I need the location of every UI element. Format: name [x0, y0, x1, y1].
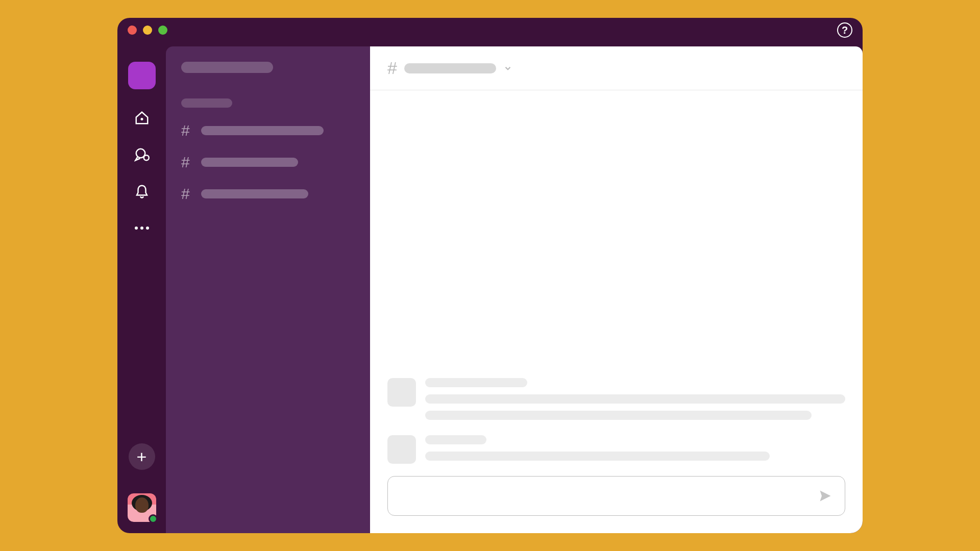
workspace-title[interactable]: [181, 62, 273, 73]
activity-icon[interactable]: [134, 183, 150, 199]
hash-icon: #: [181, 185, 190, 203]
chevron-down-icon: [503, 64, 512, 73]
maximize-window-button[interactable]: [158, 26, 167, 35]
more-icon[interactable]: [134, 220, 150, 236]
send-icon[interactable]: [818, 489, 832, 503]
hash-icon: #: [387, 58, 397, 78]
message-author: [425, 435, 486, 444]
user-menu[interactable]: [128, 493, 156, 522]
channel-label: [201, 126, 324, 135]
channel-header[interactable]: #: [370, 46, 863, 90]
main-pane: #: [370, 46, 863, 533]
channel-name: [404, 63, 496, 73]
channel-item[interactable]: #: [181, 154, 355, 171]
message-avatar[interactable]: [387, 435, 416, 464]
close-window-button[interactable]: [128, 26, 137, 35]
channel-item[interactable]: #: [181, 185, 355, 203]
dms-icon[interactable]: [134, 146, 150, 163]
plus-icon: +: [137, 447, 147, 467]
channels-section-label[interactable]: [181, 98, 232, 108]
traffic-lights: [128, 26, 167, 35]
channel-sidebar: # # #: [166, 46, 370, 533]
nav-rail: +: [117, 42, 166, 533]
message: [387, 378, 845, 420]
channel-label: [201, 158, 298, 167]
app-window: ?: [117, 18, 863, 533]
channel-label: [201, 189, 308, 198]
message-text: [425, 394, 845, 404]
add-button[interactable]: +: [129, 443, 155, 470]
channel-item[interactable]: #: [181, 122, 355, 139]
message-text: [425, 411, 812, 420]
presence-indicator: [149, 514, 158, 523]
help-icon: ?: [842, 24, 848, 36]
home-icon[interactable]: [134, 110, 150, 126]
titlebar: ?: [117, 18, 863, 42]
message-composer[interactable]: [387, 476, 845, 516]
message-text: [425, 452, 770, 461]
message-list: [370, 90, 863, 469]
hash-icon: #: [181, 122, 190, 139]
message-avatar[interactable]: [387, 378, 416, 407]
workspace-switcher[interactable]: [128, 62, 156, 89]
help-button[interactable]: ?: [837, 22, 852, 38]
svg-point-2: [143, 155, 149, 160]
hash-icon: #: [181, 154, 190, 171]
message-author: [425, 378, 527, 387]
svg-point-0: [141, 118, 142, 120]
minimize-window-button[interactable]: [143, 26, 152, 35]
message: [387, 435, 845, 464]
